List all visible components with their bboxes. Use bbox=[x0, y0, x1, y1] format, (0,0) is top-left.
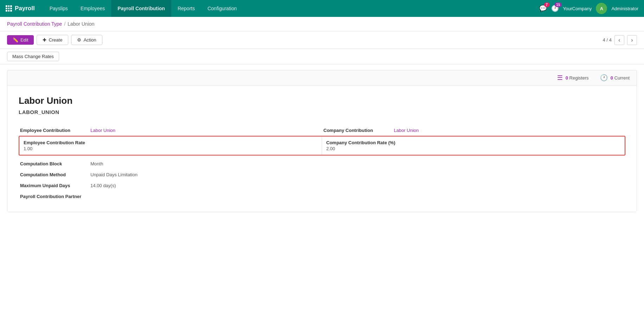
activity-notifications[interactable]: 🕐 15 bbox=[551, 5, 559, 12]
computation-method-label: Computation Method bbox=[19, 169, 89, 180]
breadcrumb-separator: / bbox=[64, 21, 65, 27]
user-initial: A bbox=[600, 6, 603, 11]
company-rate-cell: Company Contribution Rate (%) 2.00 bbox=[322, 137, 625, 155]
record-card: ☰ 0 Registers 🕐 0 Current Labor Union LA… bbox=[7, 70, 637, 212]
clock-stat-icon: 🕐 bbox=[600, 74, 608, 82]
employee-rate-label: Employee Contribution Rate bbox=[24, 140, 317, 145]
pagination-text: 4 / 4 bbox=[603, 37, 612, 43]
breadcrumb-current: Labor Union bbox=[68, 21, 94, 27]
computation-method-row: Computation Method Unpaid Days Limitatio… bbox=[19, 169, 625, 180]
company-rate-value: 2.00 bbox=[326, 146, 620, 151]
computation-block-value: Month bbox=[89, 158, 530, 169]
employee-contribution-label: Employee Contribution bbox=[19, 125, 89, 136]
max-unpaid-label: Maximum Unpaid Days bbox=[19, 180, 89, 191]
payroll-partner-row: Payroll Contribution Partner bbox=[19, 191, 625, 202]
app-name: Payroll bbox=[15, 5, 35, 12]
edit-icon: ✏️ bbox=[13, 37, 18, 43]
contribution-rates-inner: Employee Contribution Rate 1.00 Company … bbox=[19, 137, 625, 155]
employee-contribution-value[interactable]: Labor Union bbox=[89, 125, 322, 136]
registers-stat[interactable]: ☰ 0 Registers bbox=[557, 74, 589, 82]
chat-count: 7 bbox=[544, 2, 550, 7]
employee-rate-value: 1.00 bbox=[24, 146, 317, 151]
activity-count: 15 bbox=[555, 2, 561, 7]
registers-text: 0 Registers bbox=[566, 75, 589, 81]
breadcrumb: Payroll Contribution Type / Labor Union bbox=[0, 17, 644, 31]
top-right-actions: 💬 7 🕐 15 YourCompany A Administrator bbox=[539, 3, 638, 14]
next-page-button[interactable]: › bbox=[627, 35, 637, 45]
create-button[interactable]: ✚ Create bbox=[37, 35, 68, 45]
record-title: Labor Union bbox=[19, 95, 625, 106]
avatar[interactable]: A bbox=[596, 3, 607, 14]
grid-icon bbox=[6, 5, 12, 12]
computation-block-row: Computation Block Month bbox=[19, 158, 625, 169]
gear-icon: ⚙ bbox=[77, 37, 81, 43]
company-contribution-value[interactable]: Labor Union bbox=[392, 125, 625, 136]
menu-configuration[interactable]: Configuration bbox=[201, 0, 243, 17]
company-contribution-label: Company Contribution bbox=[322, 125, 392, 136]
mass-change-rates-button[interactable]: Mass Change Rates bbox=[7, 52, 59, 61]
page-content: Payroll Contribution Type / Labor Union … bbox=[0, 17, 644, 311]
menu-payroll-contribution[interactable]: Payroll Contribution bbox=[111, 0, 171, 17]
stats-bar: ☰ 0 Registers 🕐 0 Current bbox=[7, 70, 637, 85]
app-logo[interactable]: Payroll bbox=[6, 5, 35, 12]
top-navigation: Payroll Payslips Employees Payroll Contr… bbox=[0, 0, 644, 17]
chat-notifications[interactable]: 💬 7 bbox=[539, 5, 547, 12]
main-menu: Payslips Employees Payroll Contribution … bbox=[43, 0, 536, 17]
remaining-fields-table: Computation Block Month Computation Meth… bbox=[19, 158, 625, 202]
fields-table: Employee Contribution Labor Union Compan… bbox=[19, 125, 625, 136]
current-stat[interactable]: 🕐 0 Current bbox=[600, 74, 630, 82]
payroll-partner-value bbox=[89, 191, 530, 202]
action-button[interactable]: ⚙ Action bbox=[71, 35, 102, 45]
company-rate-label: Company Contribution Rate (%) bbox=[326, 140, 620, 145]
form-content: Labor Union LABOR_UNION Employee Contrib… bbox=[7, 85, 637, 212]
list-icon: ☰ bbox=[557, 74, 563, 82]
menu-employees[interactable]: Employees bbox=[74, 0, 111, 17]
current-text: 0 Current bbox=[611, 75, 630, 81]
menu-payslips[interactable]: Payslips bbox=[43, 0, 74, 17]
breadcrumb-parent[interactable]: Payroll Contribution Type bbox=[7, 21, 62, 27]
max-unpaid-row: Maximum Unpaid Days 14.00 day(s) bbox=[19, 180, 625, 191]
computation-block-label: Computation Block bbox=[19, 158, 89, 169]
edit-button[interactable]: ✏️ Edit bbox=[7, 35, 34, 45]
pagination: 4 / 4 ‹ › bbox=[603, 35, 637, 45]
record-code: LABOR_UNION bbox=[19, 109, 625, 115]
user-name[interactable]: Administrator bbox=[611, 6, 638, 11]
payroll-partner-label: Payroll Contribution Partner bbox=[19, 191, 89, 202]
sub-toolbar: Mass Change Rates bbox=[0, 49, 644, 64]
prev-page-button[interactable]: ‹ bbox=[614, 35, 624, 45]
contribution-rates-box: Employee Contribution Rate 1.00 Company … bbox=[19, 136, 625, 156]
action-toolbar: ✏️ Edit ✚ Create ⚙ Action 4 / 4 ‹ › bbox=[0, 31, 644, 49]
plus-icon: ✚ bbox=[43, 37, 46, 43]
max-unpaid-value: 14.00 day(s) bbox=[89, 180, 530, 191]
employee-rate-cell: Employee Contribution Rate 1.00 bbox=[19, 137, 322, 155]
contribution-header-row: Employee Contribution Labor Union Compan… bbox=[19, 125, 625, 136]
computation-method-value: Unpaid Days Limitation bbox=[89, 169, 530, 180]
menu-reports[interactable]: Reports bbox=[171, 0, 201, 17]
company-name[interactable]: YourCompany bbox=[563, 6, 592, 11]
